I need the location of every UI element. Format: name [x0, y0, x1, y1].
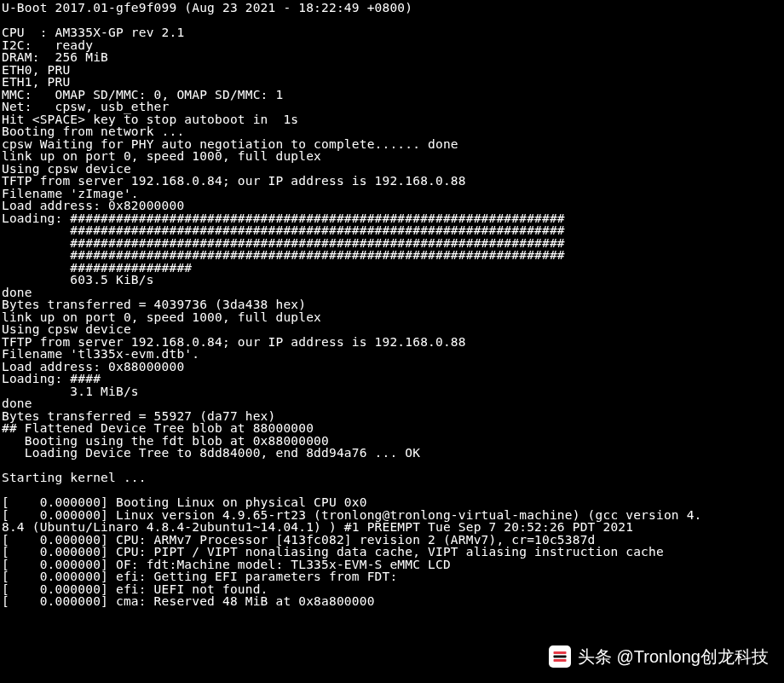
terminal-output: U-Boot 2017.01-gfe9f099 (Aug 23 2021 - 1…: [0, 0, 784, 610]
watermark: 头条 @Tronlong创龙科技: [549, 645, 769, 668]
svg-rect-1: [553, 656, 566, 658]
svg-rect-2: [553, 659, 566, 662]
toutiao-icon: [549, 645, 571, 668]
watermark-text: 头条 @Tronlong创龙科技: [578, 648, 769, 665]
svg-rect-0: [553, 651, 566, 654]
